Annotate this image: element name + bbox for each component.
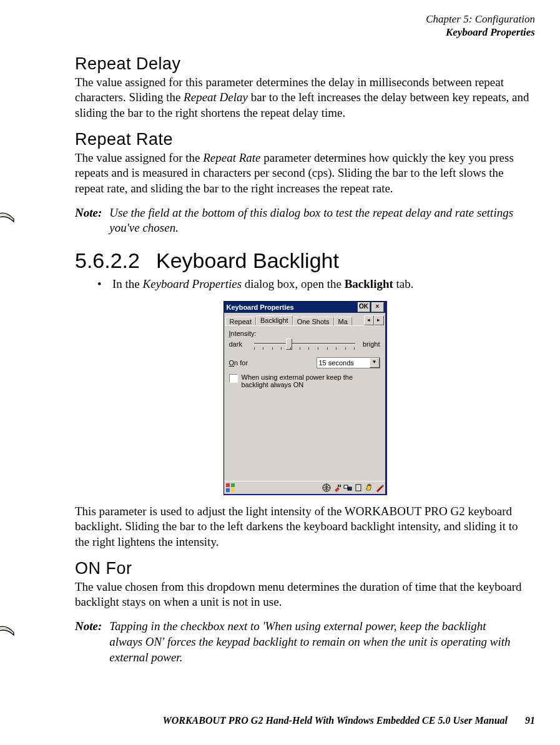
dialog-title: Keyboard Properties <box>227 303 356 311</box>
note-2-text: Note:Tapping in the checkbox next to 'Wh… <box>75 619 535 665</box>
dialog-titlebar[interactable]: Keyboard Properties OK × <box>224 302 385 313</box>
page-number: 91 <box>525 715 535 726</box>
section-line: Keyboard Properties <box>25 26 535 39</box>
book-icon <box>0 619 15 640</box>
running-header: Chapter 5: Configuration Keyboard Proper… <box>25 12 535 39</box>
heading-repeat-rate: Repeat Rate <box>75 130 535 149</box>
taskbar <box>224 481 385 494</box>
heading-on-for: ON For <box>75 559 535 578</box>
tab-backlight[interactable]: Backlight <box>256 315 293 325</box>
tray-hand-icon[interactable] <box>365 483 373 492</box>
page-footer: WORKABOUT PRO G2 Hand-Held With Windows … <box>162 715 535 726</box>
on-for-row: On for 15 seconds ▼ <box>229 357 380 368</box>
slider-ticks <box>254 347 355 351</box>
tab-strip: Repeat Backlight One Shots Ma ◂ ▸ <box>224 313 385 325</box>
keyboard-properties-dialog: Keyboard Properties OK × Repeat Backligh… <box>224 301 387 495</box>
tray-doc-icon[interactable] <box>354 483 363 492</box>
note-1-text: Note:Use the field at the bottom of this… <box>75 205 535 236</box>
svg-rect-7 <box>344 485 348 488</box>
tab-repeat[interactable]: Repeat <box>225 317 256 326</box>
checkbox[interactable] <box>229 374 238 383</box>
always-on-checkbox-row[interactable]: When using external power keep the backl… <box>229 373 380 388</box>
tray-plug-icon[interactable] <box>333 483 341 492</box>
heading-repeat-delay: Repeat Delay <box>75 54 535 74</box>
intensity-slider-row: dark bright <box>229 338 380 350</box>
tab-scroll-right[interactable]: ▸ <box>374 315 384 325</box>
slider-track <box>254 343 355 345</box>
tab-macro[interactable]: Ma <box>334 317 352 326</box>
page: Chapter 5: Configuration Keyboard Proper… <box>0 0 560 745</box>
para-repeat-delay: The value assigned for this parameter de… <box>75 75 535 121</box>
on-for-label: On for <box>229 359 317 367</box>
para-repeat-rate: The value assigned for the Repeat Rate p… <box>75 150 535 197</box>
book-icon <box>0 205 15 227</box>
intensity-label: Intensity: <box>229 330 380 337</box>
para-backlight: This parameter is used to adjust the lig… <box>75 504 535 550</box>
tab-one-shots[interactable]: One Shots <box>293 317 334 326</box>
content-area: Repeat Delay The value assigned for this… <box>75 54 535 197</box>
svg-rect-5 <box>338 485 339 487</box>
start-icon[interactable] <box>225 483 235 493</box>
chapter-line: Chapter 5: Configuration <box>25 12 535 26</box>
intensity-slider[interactable] <box>254 338 355 350</box>
para-on-for: The value chosen from this dropdown menu… <box>75 580 535 610</box>
slider-max-label: bright <box>355 340 380 348</box>
tray-globe-icon[interactable] <box>322 483 331 492</box>
svg-rect-3 <box>231 488 235 492</box>
tab-scroll: ◂ ▸ <box>364 315 384 325</box>
dropdown-value: 15 seconds <box>317 359 370 367</box>
dialog-figure: Keyboard Properties OK × Repeat Backligh… <box>75 301 535 495</box>
ok-button[interactable]: OK <box>358 302 370 312</box>
tray-network-icon[interactable] <box>343 483 352 492</box>
checkbox-label: When using external power keep the backl… <box>242 373 380 388</box>
on-for-dropdown[interactable]: 15 seconds ▼ <box>317 357 380 368</box>
tab-panel-backlight: Intensity: dark bright On fo <box>225 325 384 480</box>
footer-text: WORKABOUT PRO G2 Hand-Held With Windows … <box>162 715 508 726</box>
slider-min-label: dark <box>229 340 254 348</box>
svg-rect-2 <box>226 488 230 492</box>
bullet-item: In the Keyboard Properties dialog box, o… <box>97 277 535 292</box>
bullet-list: In the Keyboard Properties dialog box, o… <box>97 277 535 292</box>
heading-keyboard-backlight: 5.6.2.2Keyboard Backlight <box>75 249 535 273</box>
tab-scroll-left[interactable]: ◂ <box>364 315 374 325</box>
close-button[interactable]: × <box>371 302 384 312</box>
tray-pen-icon[interactable] <box>375 483 384 492</box>
svg-rect-8 <box>348 487 351 490</box>
note-1: Note:Use the field at the bottom of this… <box>0 205 535 236</box>
note-2: Note:Tapping in the checkbox next to 'Wh… <box>0 619 535 665</box>
chevron-down-icon[interactable]: ▼ <box>370 358 380 368</box>
svg-rect-0 <box>226 483 230 487</box>
svg-rect-6 <box>340 485 341 487</box>
svg-rect-1 <box>231 483 235 487</box>
